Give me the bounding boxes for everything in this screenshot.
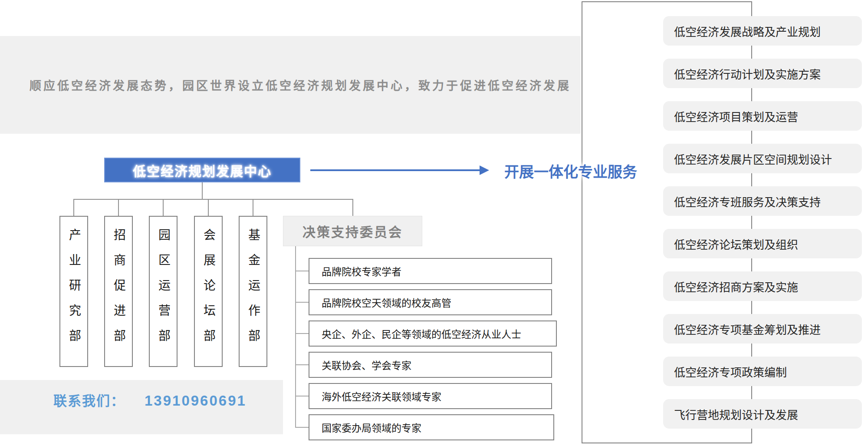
service-box: 低空经济招商方案及实施 (663, 271, 862, 301)
connector-dept-2 (118, 199, 119, 216)
connector-dept-4 (208, 199, 209, 216)
connector-horizontal-bus (74, 199, 353, 200)
arrow-head-icon (480, 165, 489, 175)
service-label: 低空经济论坛策划及组织 (663, 236, 798, 252)
service-label: 低空经济专项政策编制 (663, 363, 787, 380)
service-label: 低空经济专项基金筹划及推进 (663, 321, 821, 337)
service-box: 低空经济行动计划及实施方案 (663, 59, 862, 88)
frame-bottom-stub (751, 429, 752, 443)
dept-box-expo-forum: 会展论坛部 (194, 216, 223, 367)
service-box: 低空经济专项基金筹划及推进 (663, 314, 862, 344)
committee-spine (295, 246, 296, 427)
committee-member-label: 品牌院校空天领域的校友高管 (309, 295, 451, 310)
dept-label: 基金运作部 (247, 228, 259, 354)
committee-member-label: 国家委办局领域的专家 (309, 420, 421, 435)
committee-member-box: 海外低空经济关联领域专家 (309, 383, 552, 409)
contact-phone-number: 13910960691 (145, 393, 247, 409)
committee-stub-5 (295, 396, 309, 396)
service-box: 低空经济论坛策划及组织 (663, 229, 862, 258)
service-label: 低空经济专班服务及决策支持 (663, 193, 821, 209)
intro-text: 顺应低空经济发展态势，园区世界设立低空经济规划发展中心，致力于促进低空经济发展 (0, 76, 571, 93)
service-connector-1 (751, 46, 752, 59)
committee-member-box: 品牌院校空天领域的校友高管 (309, 289, 552, 315)
connector-title-drop (202, 182, 203, 199)
committee-member-box: 央企、外企、民企等领域的低空经济从业人士 (309, 320, 557, 347)
committee-member-box: 关联协会、学会专家 (309, 352, 552, 378)
contact-label: 联系我们： (53, 390, 125, 410)
service-box: 飞行营地规划设计及发展 (663, 399, 862, 429)
dept-box-park-operations: 园区运营部 (149, 216, 178, 367)
committee-member-box: 国家委办局领域的专家 (309, 414, 554, 440)
connector-dept-1 (73, 199, 74, 216)
connector-committee-drop (352, 199, 353, 216)
slide-canvas: 顺应低空经济发展态势，园区世界设立低空经济规划发展中心，致力于促进低空经济发展 … (0, 0, 868, 446)
dept-box-industry-research: 产业研究部 (59, 216, 88, 367)
committee-stub-6 (295, 427, 309, 428)
service-box: 低空经济专项政策编制 (663, 357, 862, 386)
service-connector-6 (751, 258, 752, 271)
service-box: 低空经济项目策划及运营 (663, 101, 862, 131)
committee-title: 决策支持委员会 (302, 221, 403, 241)
intro-banner: 顺应低空经济发展态势，园区世界设立低空经济规划发展中心，致力于促进低空经济发展 (0, 36, 581, 134)
committee-member-label: 央企、外企、民企等领域的低空经济从业人士 (309, 326, 521, 341)
dept-box-investment-promotion: 招商促进部 (104, 216, 133, 367)
connector-dept-5 (253, 199, 253, 216)
service-connector-4 (751, 173, 752, 186)
service-box: 低空经济专班服务及决策支持 (663, 186, 862, 216)
service-connector-5 (751, 216, 752, 229)
dept-box-fund-operations: 基金运作部 (239, 216, 267, 367)
service-box: 低空经济发展战略及产业规划 (663, 16, 862, 46)
service-label: 低空经济项目策划及运营 (663, 108, 798, 124)
service-connector-3 (751, 131, 752, 144)
contact-banner: 联系我们： 13910960691 (0, 380, 283, 434)
frame-top-stub (751, 1, 752, 16)
service-label: 低空经济行动计划及实施方案 (663, 66, 821, 82)
service-label: 飞行营地规划设计及发展 (663, 406, 798, 422)
service-connector-8 (751, 344, 752, 357)
frame-bottom-line (582, 443, 752, 443)
service-label: 低空经济发展战略及产业规划 (663, 23, 821, 39)
service-connector-7 (751, 301, 752, 314)
dept-label: 会展论坛部 (202, 228, 214, 354)
service-connector-2 (751, 88, 752, 101)
services-heading: 开展一体化专业服务 (499, 160, 642, 182)
contact-row: 联系我们： 13910960691 (53, 390, 247, 410)
service-box: 低空经济发展片区空间规划设计 (663, 144, 862, 173)
committee-member-label: 关联协会、学会专家 (309, 357, 411, 372)
service-connector-9 (751, 386, 752, 399)
service-label: 低空经济招商方案及实施 (663, 278, 798, 294)
service-label: 低空经济发展片区空间规划设计 (663, 151, 832, 167)
center-title-box: 低空经济规划发展中心 (104, 158, 300, 182)
committee-stub-3 (295, 333, 309, 334)
committee-member-label: 海外低空经济关联领域专家 (309, 389, 441, 403)
committee-stub-2 (295, 302, 309, 303)
center-title-label: 低空经济规划发展中心 (133, 161, 272, 180)
committee-stub-1 (295, 271, 309, 271)
dept-label: 产业研究部 (68, 228, 80, 354)
arrow-shaft (310, 169, 480, 171)
committee-header: 决策支持委员会 (283, 216, 422, 246)
dept-label: 园区运营部 (157, 228, 169, 354)
committee-member-box: 品牌院校专家学者 (309, 258, 552, 284)
committee-stub-4 (295, 364, 309, 365)
committee-member-label: 品牌院校专家学者 (309, 264, 401, 278)
frame-left-line (582, 1, 582, 443)
connector-dept-3 (163, 199, 164, 216)
frame-top-line (582, 1, 752, 2)
dept-label: 招商促进部 (112, 228, 125, 354)
